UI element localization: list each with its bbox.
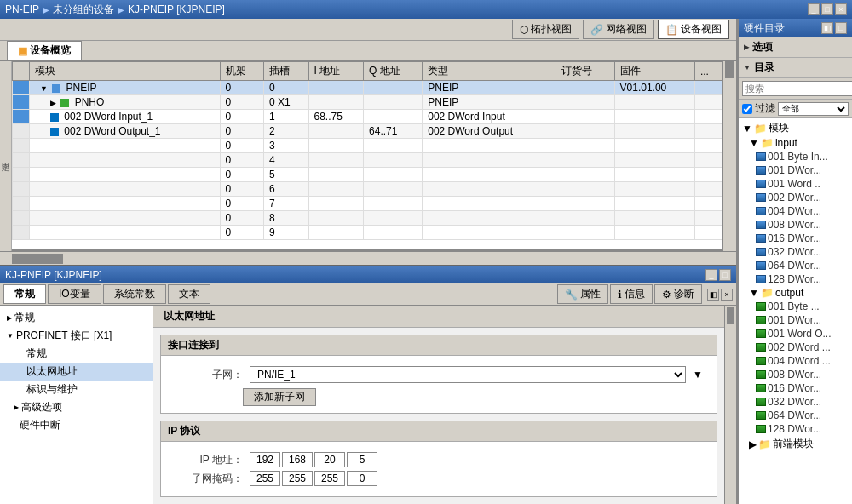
catalog-output-folder[interactable]: ▼ 📁 output — [739, 286, 852, 300]
tab-io-vars[interactable]: IO变量 — [48, 284, 101, 304]
row-q-addr — [364, 110, 423, 124]
ip-octet-1[interactable] — [250, 452, 280, 467]
catalog-item[interactable]: 001 DWor... — [739, 163, 852, 177]
catalog-item[interactable]: 008 DWor... — [739, 218, 852, 232]
module-icon — [756, 152, 766, 161]
table-row[interactable]: 0 8 — [13, 211, 722, 226]
catalog-item[interactable]: 001 Word .. — [739, 177, 852, 191]
subnet-mask-input-group — [250, 471, 377, 486]
catalog-item[interactable]: 004 DWor... — [739, 204, 852, 218]
col-fw[interactable]: 固件 — [614, 62, 694, 81]
mask-octet-1[interactable] — [250, 471, 280, 486]
catalog-root-folder[interactable]: ▼ 📁 模块 — [739, 120, 852, 136]
catalog-item[interactable]: 064 DWor... — [739, 259, 852, 272]
mask-octet-3[interactable] — [314, 471, 345, 486]
col-module[interactable]: 模块 — [30, 62, 221, 81]
subnet-select[interactable]: PN/IE_1 — [250, 366, 686, 383]
catalog-item[interactable]: 032 DWor... — [739, 395, 852, 409]
lower-maximize-btn[interactable]: □ — [719, 269, 731, 281]
catalog-search-input[interactable] — [742, 81, 852, 96]
tab-diagnostics[interactable]: ⚙ 诊断 — [654, 284, 702, 304]
col-rack[interactable]: 机架 — [220, 62, 264, 81]
table-row[interactable]: 0 7 — [13, 197, 722, 211]
lower-panel-btn1[interactable]: ◧ — [707, 289, 719, 301]
filter-select[interactable]: 全部 — [778, 102, 849, 116]
device-view-button[interactable]: 📋 设备视图 — [658, 20, 729, 39]
tab-info[interactable]: ℹ 信息 — [610, 284, 653, 304]
col-q-addr[interactable]: Q 地址 — [364, 62, 423, 81]
table-row[interactable]: 0 4 — [13, 153, 722, 168]
lower-main-scrollbar[interactable] — [724, 306, 736, 504]
table-row[interactable]: 0 3 — [13, 139, 722, 153]
tab-general[interactable]: 常规 — [3, 284, 46, 304]
catalog-item[interactable]: 001 Byte In... — [739, 150, 852, 163]
catalog-item[interactable]: 002 DWor... — [739, 191, 852, 204]
catalog-frontend-folder[interactable]: ▶ 📁 前端模块 — [739, 436, 852, 452]
table-row[interactable]: 0 6 — [13, 182, 722, 197]
mask-octet-4[interactable] — [347, 471, 377, 486]
catalog-item[interactable]: 004 DWord ... — [739, 354, 852, 368]
table-scrollbar-h[interactable] — [0, 251, 736, 265]
catalog-item-label: 001 DWor... — [768, 314, 821, 326]
row-rack: 0 — [220, 211, 264, 226]
catalog-item[interactable]: 001 DWor... — [739, 313, 852, 327]
catalog-item[interactable]: 128 DWor... — [739, 272, 852, 286]
catalog-item[interactable]: 016 DWor... — [739, 381, 852, 395]
tab-text[interactable]: 文本 — [168, 284, 210, 304]
catalog-item[interactable]: 001 Word O... — [739, 327, 852, 341]
tab-device-overview[interactable]: ▣ 设备概览 — [7, 41, 82, 60]
catalog-item[interactable]: 016 DWor... — [739, 232, 852, 245]
col-i-addr[interactable]: I 地址 — [308, 62, 364, 81]
col-slot[interactable]: 插槽 — [264, 62, 308, 81]
close-button[interactable]: × — [835, 3, 847, 15]
ip-octet-4[interactable] — [347, 452, 377, 467]
tab-properties[interactable]: 🔧 属性 — [557, 284, 608, 304]
table-row[interactable]: 0 5 — [13, 168, 722, 182]
lower-minimize-btn[interactable]: _ — [705, 269, 717, 281]
table-scrollbar-v[interactable] — [722, 61, 736, 251]
catalog-btn2[interactable]: □ — [835, 22, 847, 34]
tab-sys-const[interactable]: 系统常数 — [103, 284, 166, 304]
table-row[interactable]: 0 9 — [13, 226, 722, 240]
catalog-item[interactable]: 001 Byte ... — [739, 300, 852, 313]
table-row[interactable]: ▶ PNHO 0 0 X1 PNEIP — [13, 95, 722, 110]
sidebar-item[interactable]: ▶ 常规 — [0, 309, 153, 327]
ip-octet-3[interactable] — [314, 452, 345, 467]
device-label: 设备视图 — [681, 22, 722, 37]
device-table-container[interactable]: 模块 机架 插槽 I 地址 Q 地址 类型 订货号 固件 ... — [12, 61, 722, 251]
catalog-item[interactable]: 128 DWor... — [739, 422, 852, 436]
lower-panel-btn2[interactable]: × — [721, 289, 733, 301]
catalog-btn1[interactable]: ◧ — [821, 22, 833, 34]
catalog-item[interactable]: 064 DWor... — [739, 409, 852, 422]
col-type[interactable]: 类型 — [423, 62, 556, 81]
sidebar-item[interactable]: 硬件中断 — [0, 416, 153, 434]
topology-view-button[interactable]: ⬡ 拓扑视图 — [512, 20, 579, 39]
maximize-button[interactable]: □ — [821, 3, 833, 15]
table-row[interactable]: 002 DWord Input_1 0 1 68..75 002 DWord I… — [13, 110, 722, 124]
sidebar-item[interactable]: ▶ 高级选项 — [0, 398, 153, 416]
upper-section: ▣ 设备概览 固定 模块 机架 — [0, 41, 736, 265]
minimize-button[interactable]: _ — [808, 3, 820, 15]
row-indicator — [13, 124, 30, 139]
sidebar-item[interactable]: ▼ PROFINET 接口 [X1] — [0, 327, 153, 345]
col-order[interactable]: 订货号 — [556, 62, 614, 81]
catalog-item[interactable]: 002 DWord ... — [739, 341, 852, 354]
sidebar-item[interactable]: 标识与维护 — [0, 381, 153, 398]
catalog-input-folder[interactable]: ▼ 📁 input — [739, 136, 852, 150]
network-label: 网络视图 — [606, 22, 647, 37]
network-view-button[interactable]: 🔗 网络视图 — [583, 20, 654, 39]
filter-checkbox[interactable] — [742, 104, 752, 114]
catalog-item[interactable]: 008 DWor... — [739, 368, 852, 381]
add-subnet-button[interactable]: 添加新子网 — [243, 388, 316, 406]
sidebar-item[interactable]: 常规 — [0, 345, 153, 363]
topology-icon: ⬡ — [520, 24, 528, 36]
dropdown-icon: ▼ — [693, 369, 703, 381]
row-order — [556, 211, 614, 226]
catalog-item-label: 004 DWord ... — [768, 355, 831, 367]
catalog-item[interactable]: 032 DWor... — [739, 245, 852, 259]
sidebar-item[interactable]: 以太网地址 — [0, 363, 153, 381]
mask-octet-2[interactable] — [282, 471, 313, 486]
table-row[interactable]: ▼ PNEIP 0 0 PNEIP V01.01.00 — [13, 81, 722, 95]
table-row[interactable]: 002 DWord Output_1 0 2 64..71 002 DWord … — [13, 124, 722, 139]
ip-octet-2[interactable] — [282, 452, 313, 467]
